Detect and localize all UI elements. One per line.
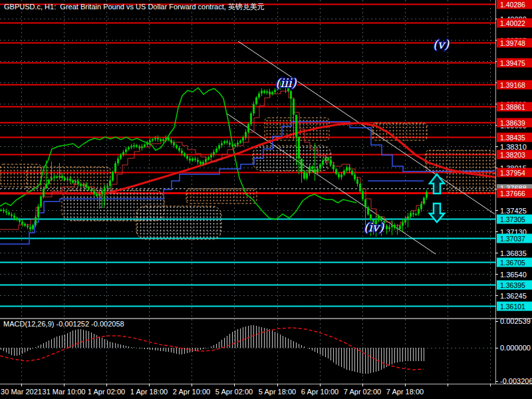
candle-body xyxy=(210,155,212,158)
candle-body xyxy=(293,99,295,115)
candle-body xyxy=(32,225,34,229)
mt-chart-window: 1.400801.397851.394901.391951.389001.386… xyxy=(0,0,532,399)
red-level-label: 1.38203 xyxy=(497,150,532,160)
candle-body xyxy=(202,162,204,164)
red-level-label-text: 1.40022 xyxy=(500,19,525,27)
candle-body xyxy=(69,179,71,181)
cyan-level-label-text: 1.37305 xyxy=(500,215,525,223)
candle-body xyxy=(43,189,45,197)
candle-body xyxy=(98,194,100,196)
candle-body xyxy=(144,145,146,147)
red-level-label: 1.39748 xyxy=(497,39,532,48)
red-level-label-text: 1.37666 xyxy=(500,190,525,198)
candle-body xyxy=(332,165,334,170)
candle-body xyxy=(197,160,199,162)
candle-body xyxy=(13,216,15,218)
red-level-label-text: 1.39475 xyxy=(500,59,525,67)
candle-body xyxy=(122,152,124,155)
candle-body xyxy=(354,175,356,180)
red-level-label-text: 1.37954 xyxy=(500,169,525,177)
candle-body xyxy=(27,226,29,227)
candle-body xyxy=(56,177,58,178)
wave-annotation[interactable]: (iii) xyxy=(275,76,297,90)
candle-body xyxy=(85,185,87,188)
candle-body xyxy=(162,140,164,141)
time-label: 1 Apr 02:00 xyxy=(88,388,125,396)
candle-body xyxy=(215,149,217,152)
price-scale-label: 1.36540 xyxy=(500,271,527,279)
chart-title: GBPUSD.c, H1: Great Britain Pound vs US … xyxy=(4,2,265,12)
candle-body xyxy=(8,213,10,215)
candle-body xyxy=(317,169,319,173)
macd-scale-label: 0.002539 xyxy=(500,317,531,325)
candle-body xyxy=(370,215,372,220)
cloud-region xyxy=(186,189,257,203)
candle-body xyxy=(165,138,167,140)
chart-canvas[interactable]: 1.400801.397851.394901.391951.389001.386… xyxy=(0,0,532,399)
macd-scale-label: -0.003206 xyxy=(500,377,532,385)
candle-body xyxy=(388,227,390,229)
candle-body xyxy=(48,180,50,184)
red-level-label-text: 1.38861 xyxy=(500,103,525,111)
red-level-label: 1.40022 xyxy=(497,19,532,28)
candle-body xyxy=(247,124,249,132)
candle-body xyxy=(290,91,292,99)
candle-body xyxy=(178,148,180,151)
candle-body xyxy=(133,146,135,147)
candle-body xyxy=(149,141,151,143)
cyan-level-label: 1.36395 xyxy=(497,281,532,290)
candle-body xyxy=(40,197,42,207)
panel-separator[interactable] xyxy=(0,318,532,319)
candle-body xyxy=(335,170,337,174)
candle-body xyxy=(423,198,425,204)
red-level-label: 1.38639 xyxy=(497,118,532,128)
candle-body xyxy=(239,141,241,143)
candle-body xyxy=(418,209,420,214)
candle-body xyxy=(338,174,340,178)
wave-annotation[interactable]: (v) xyxy=(433,37,450,51)
red-level-label-text: 1.38435 xyxy=(500,134,525,142)
candle-body xyxy=(186,156,188,159)
candle-body xyxy=(192,159,194,161)
price-scale-label: 1.36835 xyxy=(500,249,527,257)
candle-body xyxy=(258,94,260,98)
candle-body xyxy=(402,223,404,226)
candle-body xyxy=(263,91,265,93)
red-level-label: 1.37954 xyxy=(497,168,532,178)
candle-body xyxy=(223,142,225,144)
price-scale-label: 1.36245 xyxy=(500,292,527,300)
candle-body xyxy=(117,159,119,164)
candle-body xyxy=(170,140,172,143)
candle-body xyxy=(253,104,255,114)
red-level-label-text: 1.39168 xyxy=(500,81,525,89)
wave-annotation[interactable]: (iv) xyxy=(364,220,384,234)
candle-body xyxy=(168,138,170,140)
candle-body xyxy=(138,147,140,148)
candle-body xyxy=(120,155,122,159)
candle-body xyxy=(35,217,37,225)
candle-body xyxy=(125,150,127,152)
candle-body xyxy=(229,143,231,145)
candle-body xyxy=(130,146,132,148)
candle-body xyxy=(340,175,342,178)
candle-body xyxy=(314,170,316,173)
red-level-label: 1.39168 xyxy=(497,80,532,90)
candle-body xyxy=(29,227,31,229)
candle-body xyxy=(322,161,324,165)
candle-body xyxy=(184,154,186,156)
cyan-level-label-text: 1.36101 xyxy=(500,303,525,311)
cyan-level-label: 1.37037 xyxy=(497,234,532,243)
cloud-region xyxy=(136,206,221,239)
candle-body xyxy=(255,98,257,104)
candle-body xyxy=(157,138,159,140)
cloud-region xyxy=(372,123,427,140)
candle-body xyxy=(301,159,303,172)
candle-body xyxy=(234,145,236,146)
candle-body xyxy=(391,225,393,227)
candle-body xyxy=(11,215,13,216)
candle-body xyxy=(261,91,263,94)
candle-body xyxy=(114,164,116,172)
candle-body xyxy=(426,192,428,198)
candle-body xyxy=(407,217,409,219)
candle-body xyxy=(80,184,82,186)
